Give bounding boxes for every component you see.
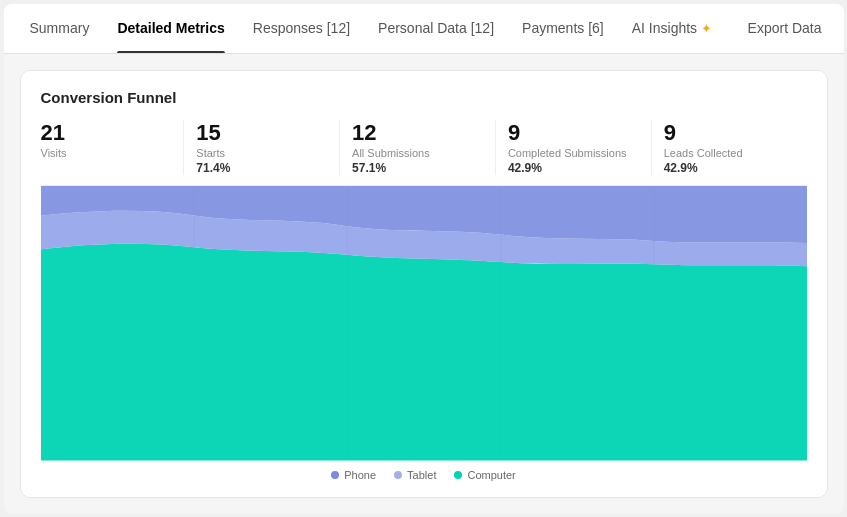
ai-star-icon: ✦ (701, 21, 712, 36)
metric-all-submissions-label: All Submissions (352, 147, 483, 159)
card-title: Conversion Funnel (41, 89, 807, 106)
metric-visits-number: 21 (41, 120, 172, 146)
legend-phone-dot (331, 471, 339, 479)
app-container: Summary Detailed Metrics Responses [12] … (4, 4, 844, 514)
metric-all-submissions: 12 All Submissions 57.1% (340, 120, 496, 175)
metric-starts-number: 15 (196, 120, 327, 146)
conversion-funnel-card: Conversion Funnel 21 Visits 15 Starts 71… (20, 70, 828, 498)
tab-ai-insights[interactable]: AI Insights✦ (618, 4, 726, 53)
metric-leads-collected: 9 Leads Collected 42.9% (652, 120, 807, 175)
metric-completed-submissions-label: Completed Submissions (508, 147, 639, 159)
legend-tablet-dot (394, 471, 402, 479)
export-data-button[interactable]: Export Data (738, 14, 832, 42)
metric-completed-submissions: 9 Completed Submissions 42.9% (496, 120, 652, 175)
tab-personal-data[interactable]: Personal Data [12] (364, 4, 508, 53)
legend-tablet: Tablet (394, 469, 436, 481)
funnel-svg (41, 186, 807, 461)
metric-starts-label: Starts (196, 147, 327, 159)
main-content: Conversion Funnel 21 Visits 15 Starts 71… (4, 54, 844, 514)
legend-computer-dot (454, 471, 462, 479)
metric-all-submissions-pct: 57.1% (352, 161, 483, 175)
legend-phone: Phone (331, 469, 376, 481)
funnel-chart-area (41, 186, 807, 461)
chart-legend: Phone Tablet Computer (41, 461, 807, 485)
tab-responses[interactable]: Responses [12] (239, 4, 364, 53)
metric-starts: 15 Starts 71.4% (184, 120, 340, 175)
metric-visits: 21 Visits (41, 120, 185, 175)
metric-starts-pct: 71.4% (196, 161, 327, 175)
metric-leads-collected-label: Leads Collected (664, 147, 795, 159)
metric-completed-submissions-pct: 42.9% (508, 161, 639, 175)
metric-leads-collected-pct: 42.9% (664, 161, 795, 175)
legend-phone-label: Phone (344, 469, 376, 481)
legend-computer-label: Computer (467, 469, 515, 481)
metrics-row: 21 Visits 15 Starts 71.4% 12 All Submiss… (41, 120, 807, 186)
metric-visits-label: Visits (41, 147, 172, 159)
tab-bar: Summary Detailed Metrics Responses [12] … (4, 4, 844, 54)
tab-detailed-metrics[interactable]: Detailed Metrics (103, 4, 238, 53)
tab-payments[interactable]: Payments [6] (508, 4, 618, 53)
tab-summary[interactable]: Summary (16, 4, 104, 53)
metric-all-submissions-number: 12 (352, 120, 483, 146)
metric-leads-collected-number: 9 (664, 120, 795, 146)
metric-completed-submissions-number: 9 (508, 120, 639, 146)
legend-tablet-label: Tablet (407, 469, 436, 481)
legend-computer: Computer (454, 469, 515, 481)
